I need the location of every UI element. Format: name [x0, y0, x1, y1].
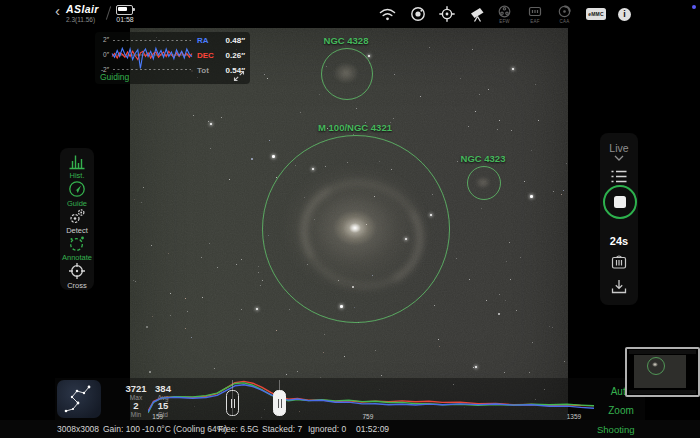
caa-label: CAA: [560, 19, 570, 24]
annotation-circle: [467, 166, 501, 200]
pip-bottombar: [629, 390, 696, 394]
sky-image[interactable]: NGC 4328 M 100/NGC 4321 NGC 4323: [130, 28, 568, 420]
rgb-histogram-curve: [148, 378, 594, 418]
guide-y-tick: 2″: [95, 36, 109, 43]
pip-topbar: [629, 350, 696, 354]
stop-icon: [614, 196, 626, 208]
hist-x-tick: 759: [362, 413, 373, 420]
crosshair-button[interactable]: Cross: [60, 262, 94, 290]
uptime-clock: 01:58: [112, 16, 138, 23]
caa-icon[interactable]: CAA: [558, 3, 571, 25]
histogram-label: Hist.: [70, 171, 85, 180]
eaf-label: EAF: [530, 19, 539, 24]
crosshair-label: Cross: [67, 281, 87, 290]
dec-value: 0.26″: [213, 51, 245, 60]
status-elapsed: 01:52:09: [356, 424, 389, 434]
shooting-status: Shooting: [597, 424, 635, 435]
pip-galaxy: [652, 362, 658, 367]
notification-dot: [692, 5, 696, 9]
annotate-button[interactable]: Annotate: [60, 235, 94, 262]
white-point-slider[interactable]: [273, 390, 286, 416]
tot-label: Tot: [197, 66, 209, 75]
annotation-label: NGC 4328: [324, 35, 369, 46]
black-point-slider[interactable]: [226, 390, 239, 416]
pip-monitor[interactable]: [625, 347, 700, 397]
guiding-panel[interactable]: 2″ 0″ -2″ RA 0.48″ DEC 0.26″ Tot 0.54″ G…: [95, 32, 250, 84]
emmc-label: eMMC: [586, 8, 606, 20]
annotate-icon: [68, 235, 86, 252]
ra-label: RA: [197, 36, 209, 45]
detect-button[interactable]: Detect: [60, 208, 94, 235]
app-version: 2.3(11.56): [66, 16, 95, 23]
info-icon[interactable]: i: [618, 3, 631, 25]
stat-max: 3721Max: [124, 383, 148, 401]
guide-icon: [68, 180, 86, 198]
annotation-label: NGC 4323: [461, 153, 506, 164]
status-stacked: Stacked: 7: [262, 424, 302, 434]
histogram-button[interactable]: Hist.: [60, 153, 94, 180]
status-gain: Gain: 100: [103, 424, 140, 434]
right-toolbar: Live 24s: [600, 133, 638, 305]
detect-gears-icon: [68, 208, 86, 225]
annotate-label: Annotate: [62, 253, 92, 262]
guiding-status-label: Guiding: [100, 72, 129, 82]
sequence-list-icon[interactable]: [610, 169, 628, 184]
histogram-icon: [68, 153, 86, 170]
hist-x-tick: 1359: [567, 413, 581, 420]
expand-icon[interactable]: [233, 70, 245, 82]
annotation-label: M 100/NGC 4321: [318, 122, 392, 133]
guide-button[interactable]: Guide: [60, 180, 94, 208]
chevron-down-icon[interactable]: [614, 155, 624, 161]
left-toolbar: Hist. Guide Detect Annotate: [60, 148, 94, 290]
detect-label: Detect: [66, 226, 88, 235]
dec-label: DEC: [197, 51, 214, 60]
status-bar: 3008x3008 Gain: 100 -10.0°C (Cooling 64%…: [0, 420, 700, 438]
eaf-icon[interactable]: EAF: [528, 3, 542, 25]
preview-thumbnail-button[interactable]: [57, 380, 101, 418]
ra-value: 0.48″: [213, 36, 245, 45]
live-mode-label[interactable]: Live: [600, 142, 638, 154]
status-free-space: Free: 6.5G: [218, 424, 259, 434]
telescope-icon[interactable]: [469, 3, 486, 25]
status-cooling: -10.0°C (Cooling 64%): [142, 424, 227, 434]
efw-label: EFW: [499, 19, 510, 24]
stat-min: 2Min: [124, 400, 148, 418]
stack-storage-icon[interactable]: [610, 253, 628, 270]
annotation-circle: [262, 135, 450, 323]
guide-y-tick: 0″: [95, 51, 109, 58]
emmc-storage-icon[interactable]: eMMC: [586, 3, 606, 25]
hist-x-tick: 159: [152, 413, 163, 420]
divider: [106, 6, 111, 20]
save-download-icon[interactable]: [610, 278, 628, 295]
crosshair-icon: [68, 262, 86, 280]
wifi-icon[interactable]: [379, 3, 396, 25]
annotation-circle: [321, 48, 373, 100]
battery-icon: [116, 5, 133, 15]
asiair-app: NGC 4328 M 100/NGC 4321 NGC 4323 ‹ ASIai…: [0, 0, 700, 438]
guiding-graph: [111, 36, 193, 74]
info-glyph: i: [618, 8, 631, 21]
histogram-overlay: 3721Max 384Avg 2Min 15Std 159 759 1359 A…: [55, 378, 645, 420]
efw-icon[interactable]: EFW: [498, 3, 511, 25]
constellation-icon: [57, 380, 101, 418]
app-logo: ASIair: [66, 3, 99, 15]
zoom-button[interactable]: Zoom: [598, 405, 644, 416]
status-resolution: 3008x3008: [57, 424, 99, 434]
status-ignored: Ignored: 0: [308, 424, 346, 434]
top-bar: ‹ ASIair 2.3(11.56) 01:58: [0, 0, 700, 28]
main-camera-icon[interactable]: [410, 3, 426, 25]
exposure-time: 24s: [600, 235, 638, 247]
guide-label: Guide: [67, 199, 87, 208]
stop-capture-button[interactable]: [603, 185, 637, 219]
guide-scope-icon[interactable]: [439, 3, 455, 25]
back-icon[interactable]: ‹: [55, 3, 60, 19]
